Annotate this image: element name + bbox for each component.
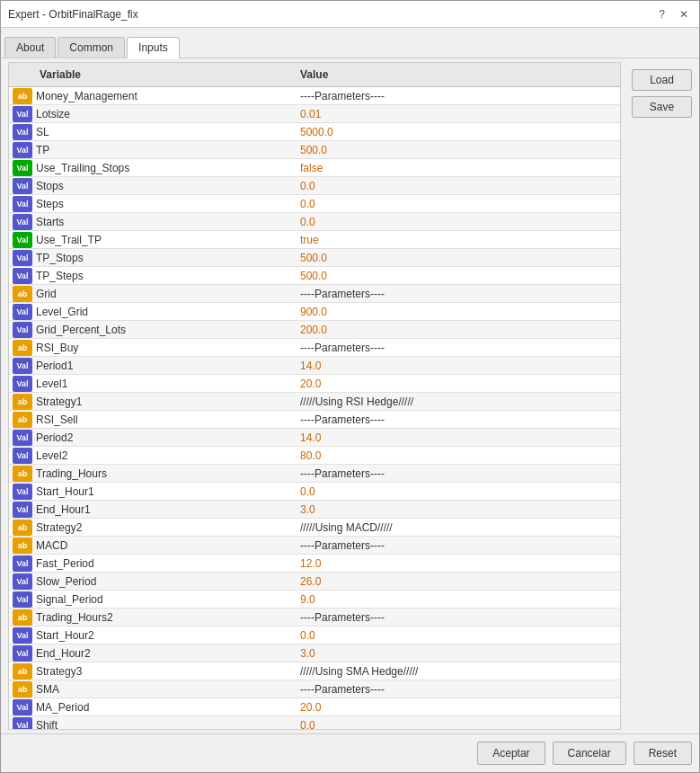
row-variable: Slow_Period [32,573,293,590]
row-icon: ab [13,466,32,482]
table-row[interactable]: ValUse_Trail_TPtrue [9,231,620,249]
table-row[interactable]: ValUse_Trailing_Stopsfalse [9,159,620,177]
inputs-table: Variable Value abMoney_Management----Par… [8,62,621,730]
footer: Aceptar Cancelar Reset [1,733,699,772]
row-icon: ab [13,340,32,356]
table-row[interactable]: ValLevel_Grid900.0 [9,303,620,321]
table-row[interactable]: abTrading_Hours2----Parameters---- [9,609,620,626]
table-row[interactable]: ValTP_Steps500.0 [9,267,620,285]
row-icon: Val [13,717,32,730]
row-icon: ab [13,609,32,626]
table-row[interactable]: ValSignal_Period9.0 [9,591,620,609]
table-row[interactable]: abRSI_Buy----Parameters---- [9,339,620,357]
row-variable: Level1 [32,376,293,392]
row-icon: Val [13,106,32,122]
table-row[interactable]: ValPeriod214.0 [9,429,620,447]
help-button[interactable]: ? [655,8,669,21]
header-variable: Variable [32,67,293,83]
reset-button[interactable]: Reset [634,742,692,765]
table-row[interactable]: abTrading_Hours----Parameters---- [9,465,620,483]
row-variable: Strategy1 [32,394,293,410]
row-icon: Val [13,322,32,338]
title-controls: ? ✕ [655,8,692,21]
window-title: Expert - OrbitFinalRage_fix [8,8,138,21]
table-row[interactable]: ValLotsize0.01 [9,105,620,123]
row-icon: Val [13,448,32,464]
table-row[interactable]: ValTP500.0 [9,141,620,159]
save-button[interactable]: Save [632,96,692,118]
row-value: 3.0 [293,502,620,518]
table-row[interactable]: abSMA----Parameters---- [9,680,620,698]
table-row[interactable]: ValLevel280.0 [9,447,620,465]
accept-button[interactable]: Aceptar [477,742,545,765]
row-variable: Lotsize [32,106,293,122]
table-row[interactable]: ValStart_Hour10.0 [9,483,620,501]
table-row[interactable]: ValShift0.0 [9,716,620,729]
row-variable: RSI_Sell [32,412,293,428]
row-value: 14.0 [293,430,620,446]
row-variable: Signal_Period [32,591,293,608]
row-icon: Val [13,573,32,590]
row-value: ----Parameters---- [293,538,620,554]
row-icon: Val [13,645,32,662]
row-variable: Level2 [32,448,293,464]
row-value: 900.0 [293,304,620,320]
table-row[interactable]: ValStarts0.0 [9,213,620,231]
row-value: 500.0 [293,142,620,158]
load-button[interactable]: Load [632,69,692,91]
cancel-button[interactable]: Cancelar [553,742,626,765]
table-row[interactable]: ValSlow_Period26.0 [9,573,620,591]
table-row[interactable]: ValSL5000.0 [9,123,620,141]
table-row[interactable]: abMoney_Management----Parameters---- [9,87,620,105]
row-icon: Val [13,304,32,320]
row-icon: Val [13,555,32,572]
row-value: 0.0 [293,717,620,730]
table-row[interactable]: ValTP_Stops500.0 [9,249,620,267]
close-button[interactable]: ✕ [676,8,692,21]
row-value: /////Using RSI Hedge///// [293,394,620,410]
row-variable: Shift [32,717,293,730]
row-icon: Val [13,699,32,715]
tab-common[interactable]: Common [58,37,125,58]
title-bar: Expert - OrbitFinalRage_fix ? ✕ [1,1,699,28]
tab-about[interactable]: About [4,37,56,58]
row-icon: ab [13,394,32,410]
row-icon: Val [13,250,32,266]
table-row[interactable]: ValStart_Hour20.0 [9,626,620,644]
row-value: ----Parameters---- [293,412,620,428]
table-row[interactable]: abRSI_Sell----Parameters---- [9,411,620,429]
table-row[interactable]: ValFast_Period12.0 [9,555,620,573]
row-icon: ab [13,412,32,428]
row-value: 0.0 [293,196,620,212]
row-icon: Val [13,124,32,140]
table-row[interactable]: ValStops0.0 [9,177,620,195]
table-row[interactable]: ValGrid_Percent_Lots200.0 [9,321,620,339]
table-row[interactable]: ValLevel120.0 [9,375,620,393]
row-variable: Start_Hour2 [32,627,293,644]
side-buttons: Load Save [628,62,696,733]
table-row[interactable]: abStrategy3/////Using SMA Hedge///// [9,662,620,680]
row-variable: Strategy2 [32,520,293,536]
table-row[interactable]: abGrid----Parameters---- [9,285,620,303]
row-value: 80.0 [293,448,620,464]
row-value: /////Using SMA Hedge///// [293,663,620,680]
row-variable: TP_Steps [32,268,293,284]
table-row[interactable]: ValMA_Period20.0 [9,698,620,716]
row-variable: Money_Management [32,88,293,104]
table-body[interactable]: abMoney_Management----Parameters----ValL… [9,87,620,729]
row-value: 0.0 [293,214,620,230]
tab-inputs[interactable]: Inputs [127,37,180,58]
row-variable: Use_Trail_TP [32,232,293,248]
table-row[interactable]: abStrategy2/////Using MACD///// [9,519,620,537]
table-row[interactable]: ValSteps0.0 [9,195,620,213]
row-variable: Stops [32,178,293,194]
row-variable: Start_Hour1 [32,484,293,500]
table-row[interactable]: ValPeriod114.0 [9,357,620,375]
table-row[interactable]: abMACD----Parameters---- [9,537,620,555]
table-row[interactable]: ValEnd_Hour23.0 [9,644,620,662]
row-variable: Grid [32,286,293,302]
table-row[interactable]: abStrategy1/////Using RSI Hedge///// [9,393,620,411]
row-value: ----Parameters---- [293,340,620,356]
tabs-bar: About Common Inputs [1,28,699,58]
table-row[interactable]: ValEnd_Hour13.0 [9,501,620,519]
